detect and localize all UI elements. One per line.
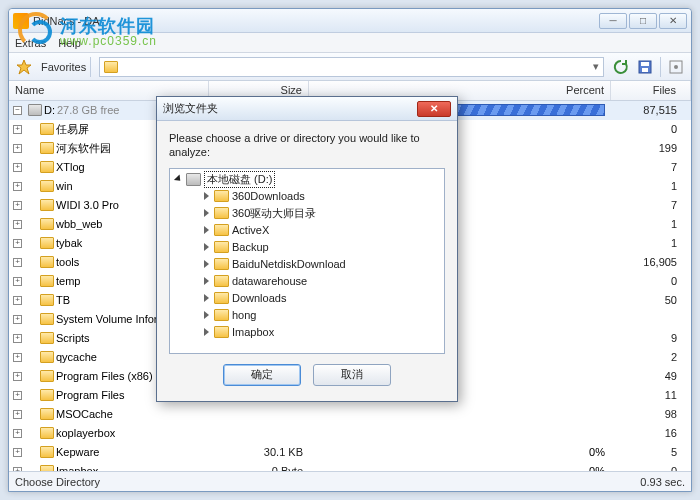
chevron-down-icon[interactable] <box>174 174 183 183</box>
maximize-button[interactable]: □ <box>629 13 657 29</box>
expand-icon[interactable]: + <box>13 163 22 172</box>
folder-icon <box>214 258 229 270</box>
folder-icon <box>214 309 229 321</box>
expand-icon[interactable]: + <box>13 258 22 267</box>
tree-root[interactable]: 本地磁盘 (D:) <box>170 171 444 188</box>
folder-icon <box>40 332 54 344</box>
svg-rect-2 <box>641 62 649 66</box>
chevron-right-icon[interactable] <box>204 294 209 302</box>
titlebar[interactable]: RidNacs - DA ─ □ ✕ <box>9 9 691 33</box>
expand-icon[interactable]: + <box>13 144 22 153</box>
chevron-right-icon[interactable] <box>204 311 209 319</box>
row-files: 1 <box>611 237 691 249</box>
tree-item-label: hong <box>232 309 256 321</box>
table-row[interactable]: +koplayerbox16 <box>9 424 691 443</box>
expand-icon[interactable]: + <box>13 315 22 324</box>
tree-item[interactable]: 360驱动大师目录 <box>170 205 444 222</box>
table-row[interactable]: +Kepware30.1 KB0%5 <box>9 443 691 462</box>
row-name: wbb_web <box>56 218 102 230</box>
chevron-right-icon[interactable] <box>204 243 209 251</box>
chevron-right-icon[interactable] <box>204 328 209 336</box>
expand-icon[interactable]: + <box>13 201 22 210</box>
dialog-prompt: Please choose a drive or directory you w… <box>169 131 445 160</box>
row-files: 87,515 <box>611 104 691 116</box>
expand-icon[interactable]: + <box>13 277 22 286</box>
expand-icon[interactable]: + <box>13 429 22 438</box>
table-row[interactable]: +Imapbox0 Byte0%0 <box>9 462 691 471</box>
menu-help[interactable]: Help <box>58 37 81 49</box>
statusbar: Choose Directory 0.93 sec. <box>9 471 691 491</box>
row-files: 98 <box>611 408 691 420</box>
expand-icon[interactable]: + <box>13 239 22 248</box>
row-name: D: <box>44 104 55 116</box>
cancel-button[interactable]: 取消 <box>313 364 391 386</box>
app-icon <box>13 13 29 29</box>
tree-item[interactable]: Imapbox <box>170 324 444 341</box>
expand-icon[interactable]: + <box>13 391 22 400</box>
expand-icon[interactable]: − <box>13 106 22 115</box>
expand-icon[interactable]: + <box>13 182 22 191</box>
chevron-right-icon[interactable] <box>204 192 209 200</box>
options-icon[interactable] <box>665 56 687 78</box>
status-left: Choose Directory <box>15 476 100 488</box>
expand-icon[interactable]: + <box>13 334 22 343</box>
tree-item[interactable]: ActiveX <box>170 222 444 239</box>
expand-icon[interactable]: + <box>13 372 22 381</box>
separator <box>660 57 661 77</box>
tree-item-label: ActiveX <box>232 224 269 236</box>
folder-icon <box>40 275 54 287</box>
row-name: WIDI 3.0 Pro <box>56 199 119 211</box>
folder-icon <box>214 326 229 338</box>
row-name: win <box>56 180 73 192</box>
expand-icon[interactable]: + <box>13 296 22 305</box>
chevron-right-icon[interactable] <box>204 260 209 268</box>
expand-icon[interactable]: + <box>13 353 22 362</box>
row-name: tools <box>56 256 79 268</box>
favorites-label[interactable]: Favorites <box>41 61 86 73</box>
chevron-right-icon[interactable] <box>204 209 209 217</box>
address-bar[interactable]: ▾ <box>99 57 604 77</box>
folder-icon <box>40 199 54 211</box>
row-name: Scripts <box>56 332 90 344</box>
folder-icon <box>214 275 229 287</box>
row-name: Program Files <box>56 389 124 401</box>
expand-icon[interactable]: + <box>13 410 22 419</box>
folder-icon <box>40 161 54 173</box>
expand-icon[interactable]: + <box>13 448 22 457</box>
table-row[interactable]: +MSOCache98 <box>9 405 691 424</box>
row-files: 16 <box>611 427 691 439</box>
tree-item-label: 360Downloads <box>232 190 305 202</box>
expand-icon[interactable]: + <box>13 125 22 134</box>
menu-extras[interactable]: Extras <box>15 37 46 49</box>
folder-icon <box>40 427 54 439</box>
tree-root-label: 本地磁盘 (D:) <box>204 171 275 188</box>
favorites-star-icon[interactable] <box>13 56 35 78</box>
row-name: Kepware <box>56 446 99 458</box>
dialog-close-button[interactable]: ✕ <box>417 101 451 117</box>
row-files: 16,905 <box>611 256 691 268</box>
dialog-titlebar[interactable]: 浏览文件夹 ✕ <box>157 97 457 121</box>
row-percent: 0% <box>309 446 611 458</box>
close-button[interactable]: ✕ <box>659 13 687 29</box>
tree-item-label: Backup <box>232 241 269 253</box>
header-files[interactable]: Files <box>611 81 691 100</box>
tree-item[interactable]: BaiduNetdiskDownload <box>170 256 444 273</box>
tree-item[interactable]: datawarehouse <box>170 273 444 290</box>
row-hint: 27.8 GB free <box>57 104 119 116</box>
expand-icon[interactable]: + <box>13 220 22 229</box>
refresh-icon[interactable] <box>610 56 632 78</box>
folder-tree[interactable]: 本地磁盘 (D:)360Downloads360驱动大师目录ActiveXBac… <box>169 168 445 354</box>
row-files: 1 <box>611 180 691 192</box>
tree-item[interactable]: Downloads <box>170 290 444 307</box>
tree-item[interactable]: Backup <box>170 239 444 256</box>
minimize-button[interactable]: ─ <box>599 13 627 29</box>
tree-item[interactable]: hong <box>170 307 444 324</box>
save-icon[interactable] <box>634 56 656 78</box>
ok-button[interactable]: 确定 <box>223 364 301 386</box>
folder-icon <box>214 241 229 253</box>
chevron-right-icon[interactable] <box>204 277 209 285</box>
chevron-right-icon[interactable] <box>204 226 209 234</box>
folder-icon <box>40 237 54 249</box>
tree-item[interactable]: 360Downloads <box>170 188 444 205</box>
folder-icon <box>40 123 54 135</box>
